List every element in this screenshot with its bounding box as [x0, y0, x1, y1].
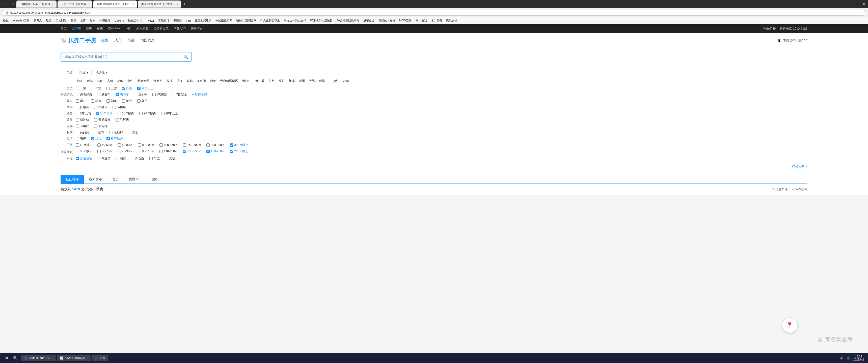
clear-conditions-button[interactable]: ⊗ 清空条件 [772, 187, 787, 192]
bookmark-zhihu[interactable]: 知乎 [89, 18, 96, 23]
checkbox-80-100w[interactable] [138, 143, 141, 147]
close-button[interactable]: × [862, 1, 866, 7]
option-130-150[interactable]: 130-150㎡ [183, 149, 202, 154]
checkbox-5years-old[interactable] [76, 112, 79, 115]
checkbox-south[interactable] [91, 99, 94, 103]
checkbox-4room[interactable] [122, 87, 125, 90]
checkbox-courtyard[interactable] [131, 157, 134, 160]
option-over-200[interactable]: 200㎡以上 [230, 149, 248, 154]
sort-tab-latest[interactable]: 最新发布 [84, 175, 107, 184]
district-tianfu[interactable]: 天府新区 [137, 79, 149, 83]
tab-3-close[interactable]: × [132, 3, 134, 5]
sort-tab-area[interactable]: 面积 [147, 175, 163, 184]
option-low-floor[interactable]: 低楼层 [76, 105, 89, 109]
bookmark-bank[interactable]: 工组银行 [157, 18, 170, 23]
checkbox-50-70[interactable] [97, 150, 101, 153]
checkbox-90-110[interactable] [138, 150, 141, 153]
district-jintang[interactable]: 金堂 [319, 79, 325, 83]
option-5years-old[interactable]: 5年以内 [76, 111, 91, 116]
option-east[interactable]: 朝东 [106, 99, 117, 103]
option-80-100w[interactable]: 80-100万 [138, 143, 154, 147]
checkbox-5years[interactable] [97, 93, 100, 96]
checkbox-150-200[interactable] [207, 150, 210, 153]
nav-publish[interactable]: 发布房源 [136, 27, 148, 31]
header-tab-onsale[interactable]: 在售 [101, 37, 108, 44]
option-under-40w[interactable]: 40万以下 [76, 143, 92, 147]
bookmark-flash[interactable]: flash游戏 [414, 18, 428, 23]
bookmark-everyday[interactable]: everyday工具 [11, 18, 31, 23]
sort-tab-unit-price[interactable]: 房屋单价 [124, 175, 147, 184]
checkbox-2room[interactable] [91, 87, 94, 90]
district-tianfu-south[interactable]: 天府新区南区 [220, 79, 238, 83]
checkbox-southnorth[interactable] [76, 99, 79, 103]
district-qionglai[interactable]: 邛崃 [343, 79, 349, 83]
reload-button[interactable]: ↻ [10, 1, 16, 7]
bookmark-wechat[interactable]: 微信公众号 [127, 18, 143, 23]
nav-community[interactable]: 小区 [125, 27, 131, 31]
checkbox-good-house[interactable] [76, 93, 79, 96]
nav-login[interactable]: 登录/注册 [763, 27, 776, 31]
collapse-button[interactable]: 收起选项 ∧ [792, 164, 807, 168]
checkbox-near-metro[interactable] [134, 93, 137, 96]
checkbox-70-90[interactable] [118, 150, 121, 153]
checkbox-2years[interactable] [116, 93, 119, 96]
district-qingyang[interactable]: 青羊 [87, 79, 93, 83]
bookmark-pc-support[interactable]: 电脑技术支持 [377, 18, 396, 23]
checkbox-100-150w[interactable] [159, 143, 163, 147]
option-tower[interactable]: 塔楼 [76, 137, 86, 141]
new-tab-button[interactable]: + [182, 2, 187, 6]
checkbox-commercial-house[interactable] [76, 131, 79, 134]
bookmark-kuwo[interactable]: 酷我 [70, 18, 77, 23]
checkbox-other-property[interactable] [128, 131, 131, 134]
option-southnorth[interactable]: 南北 [76, 99, 86, 103]
checkbox-parking[interactable] [149, 157, 153, 160]
minimize-button[interactable]: ─ [849, 1, 854, 7]
bookmark-yifangda[interactable]: 易方达一网上交行 [283, 18, 307, 23]
nav-home[interactable]: 首页 [61, 27, 67, 31]
option-60-80w[interactable]: 60-80万 [118, 143, 133, 147]
tab-2-close[interactable]: × [88, 3, 89, 5]
option-commercial[interactable]: 商业类 [97, 156, 111, 161]
nav-download-app[interactable]: 下载APP [174, 27, 186, 31]
district-chongzhou[interactable]: 崇州 [299, 79, 305, 83]
nav-second-hand[interactable]: 二手房 [72, 27, 81, 31]
checkbox-7days[interactable] [172, 93, 175, 96]
sort-tab-total-price[interactable]: 总价 [107, 175, 124, 184]
option-other-usage[interactable]: 其他 [165, 156, 175, 161]
checkbox-under-40w[interactable] [76, 143, 79, 147]
bookmark-gitmind[interactable]: GitMind [114, 19, 125, 23]
district-jinjiang[interactable]: 锦江 [77, 79, 83, 83]
header-tab-deal[interactable]: 成交 [114, 37, 121, 44]
district-longquanyi[interactable]: 龙泉驿 [197, 79, 206, 83]
option-good-house[interactable]: 必看好房 [76, 93, 92, 97]
district-shuangliu[interactable]: 双流 [166, 79, 173, 83]
checkbox-110-130[interactable] [159, 150, 163, 153]
district-jianyang[interactable]: 简阳 [279, 79, 285, 83]
option-villa[interactable]: 别墅 [116, 156, 126, 161]
option-south[interactable]: 朝南 [91, 99, 101, 103]
district-pidu[interactable]: 郫都 [187, 79, 193, 83]
option-7days[interactable]: 7日新上 [172, 93, 187, 97]
option-rough[interactable]: 毛坯房 [116, 118, 129, 122]
option-other-property[interactable]: 其他 [128, 130, 138, 135]
checkbox-over-300w[interactable] [230, 143, 233, 147]
checkbox-other-usage[interactable] [165, 157, 168, 160]
option-affordable[interactable]: 经适房 [110, 130, 123, 135]
forward-button[interactable]: › [6, 1, 9, 7]
checkbox-under-50[interactable] [76, 150, 79, 153]
checkbox-east[interactable] [106, 99, 110, 103]
tab-1[interactable]: 上网导航 - 轻松上网 从这 × [17, 0, 57, 7]
option-100-150w[interactable]: 100-150万 [159, 143, 178, 147]
checkbox-60-80w[interactable] [118, 143, 121, 147]
bookmark-ihrb[interactable]: iHrb [185, 19, 192, 23]
checkbox-vr[interactable] [152, 93, 156, 96]
checkbox-no-elevator[interactable] [94, 125, 97, 128]
bookmark-tools[interactable]: 工具网站 [55, 18, 68, 23]
district-jinniu[interactable]: 金牛 [127, 79, 133, 83]
district-xinjin[interactable]: 新津 [289, 79, 295, 83]
option-normal-deco[interactable]: 普通装修 [94, 118, 111, 122]
district-gaoxin[interactable]: 高新 [107, 79, 113, 83]
option-residential[interactable]: 普通住宅 [76, 156, 92, 161]
option-over-300w[interactable]: 300万以上 [230, 143, 248, 147]
district-xindu[interactable]: 新都 [210, 79, 216, 83]
